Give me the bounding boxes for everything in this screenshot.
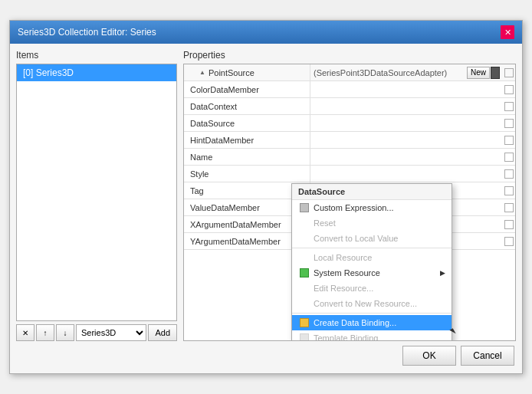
add-button[interactable]: Add — [148, 324, 177, 341]
separator-1 — [292, 248, 452, 248]
prop-checkbox-datacontext[interactable] — [504, 102, 514, 111]
properties-label: Properties — [183, 50, 516, 61]
prop-checkbox-style[interactable] — [504, 169, 514, 179]
items-label: Items — [16, 50, 177, 61]
prop-name-name: Name — [184, 149, 310, 165]
prop-value-name[interactable] — [310, 149, 504, 165]
prop-checkbox-pointsource[interactable] — [504, 68, 514, 77]
left-panel: Items [0] Series3D ✕ ↑ ↓ Series3D Add — [16, 50, 177, 341]
menu-item-edit-resource: Edit Resource... — [292, 281, 452, 296]
items-list[interactable]: [0] Series3D — [16, 64, 177, 321]
prop-name-datasource: DataSource — [184, 115, 310, 131]
template-binding-icon — [298, 332, 310, 341]
menu-item-local-resource: Local Resource — [292, 250, 452, 265]
menu-item-template-binding: Template Binding — [292, 330, 452, 341]
window-title: Series3D Collection Editor: Series — [18, 27, 156, 38]
prop-checkbox-hintdatamember[interactable] — [504, 136, 514, 145]
prop-value-colordatamember[interactable] — [310, 81, 504, 97]
properties-table: ▲ PointSource (SeriesPoint3DDataSourceAd… — [183, 64, 516, 341]
items-toolbar: ✕ ↑ ↓ Series3D Add — [16, 324, 177, 341]
right-panel: Properties ▲ PointSource (SeriesPoint3DD… — [183, 50, 516, 341]
pointsource-value: (SeriesPoint3DDataSourceAdapter) — [314, 68, 467, 77]
create-binding-icon — [298, 317, 310, 329]
menu-item-create-data-binding[interactable]: Create Data Binding... — [292, 315, 452, 330]
submenu-arrow-icon: ▶ — [440, 269, 445, 277]
prop-name-pointsource: ▲ PointSource — [184, 64, 310, 80]
prop-checkbox-datasource[interactable] — [504, 119, 514, 128]
prop-row-style: Style — [184, 166, 515, 182]
move-up-button[interactable]: ↑ — [36, 324, 54, 341]
prop-row-name: Name — [184, 149, 515, 166]
prop-value-datasource[interactable] — [310, 115, 504, 131]
context-menu: DataSource Custom Expression... Reset Co… — [291, 183, 452, 341]
footer: OK Cancel — [16, 341, 516, 367]
titlebar: Series3D Collection Editor: Series ✕ — [10, 21, 522, 44]
prop-row-hintdatamember: HintDataMember — [184, 132, 515, 149]
cancel-button[interactable]: Cancel — [461, 346, 514, 366]
custom-expression-icon — [298, 202, 310, 214]
menu-header: DataSource — [292, 184, 452, 200]
prop-checkbox-valuedatamember[interactable] — [504, 203, 514, 212]
prop-name-colordatamember: ColorDataMember — [184, 81, 310, 97]
prop-value-datacontext[interactable] — [310, 98, 504, 114]
main-window: Series3D Collection Editor: Series ✕ Ite… — [9, 20, 523, 374]
system-resource-icon — [298, 267, 310, 279]
collapse-icon: ▲ — [199, 69, 205, 76]
convert-local-icon — [298, 232, 310, 245]
separator-2 — [292, 313, 452, 314]
prop-name-hintdatamember: HintDataMember — [184, 132, 310, 148]
prop-value-hintdatamember[interactable] — [310, 132, 504, 148]
remove-button[interactable]: ✕ — [16, 324, 34, 341]
prop-row-colordatamember: ColorDataMember — [184, 81, 515, 98]
menu-item-system-resource[interactable]: System Resource ▶ — [292, 265, 452, 281]
prop-row-datacontext: DataContext — [184, 98, 515, 115]
pointsource-square-btn[interactable] — [491, 67, 500, 79]
convert-new-resource-icon — [298, 297, 310, 310]
prop-checkbox-colordatamember[interactable] — [504, 85, 514, 94]
series-type-dropdown[interactable]: Series3D — [76, 324, 146, 341]
pointsource-actions: New — [467, 67, 500, 79]
prop-checkbox-yargumentdatamember[interactable] — [504, 237, 514, 246]
menu-item-reset: Reset — [292, 215, 452, 231]
move-down-button[interactable]: ↓ — [56, 324, 74, 341]
main-content: Items [0] Series3D ✕ ↑ ↓ Series3D Add Pr… — [10, 44, 522, 373]
prop-checkbox-xargumentdatamember[interactable] — [504, 220, 514, 229]
list-item[interactable]: [0] Series3D — [17, 64, 176, 81]
prop-value-style[interactable] — [310, 166, 504, 182]
close-button[interactable]: ✕ — [501, 25, 514, 39]
prop-value-pointsource: (SeriesPoint3DDataSourceAdapter) New — [310, 64, 504, 80]
prop-checkbox-name[interactable] — [504, 153, 514, 162]
new-button[interactable]: New — [467, 67, 490, 79]
prop-checkbox-tag[interactable] — [504, 186, 514, 195]
reset-icon — [298, 217, 310, 229]
prop-row-pointsource: ▲ PointSource (SeriesPoint3DDataSourceAd… — [184, 64, 515, 81]
prop-row-datasource: DataSource — [184, 115, 515, 132]
prop-name-style: Style — [184, 166, 310, 182]
menu-item-convert-local: Convert to Local Value — [292, 231, 452, 246]
prop-name-datacontext: DataContext — [184, 98, 310, 114]
panels: Items [0] Series3D ✕ ↑ ↓ Series3D Add Pr… — [16, 50, 516, 341]
menu-item-convert-new-resource: Convert to New Resource... — [292, 296, 452, 311]
local-resource-icon — [298, 251, 310, 264]
edit-resource-icon — [298, 282, 310, 294]
ok-button[interactable]: OK — [402, 346, 456, 366]
menu-item-custom-expression[interactable]: Custom Expression... — [292, 200, 452, 215]
